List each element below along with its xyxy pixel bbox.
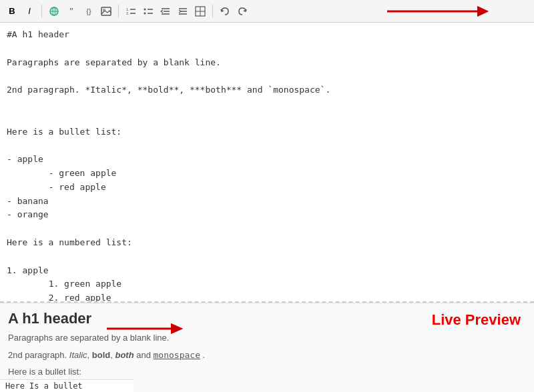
globe-icon [49,6,59,17]
table-icon [195,6,206,17]
status-text: Here Is a bullet [5,381,83,391]
svg-text:2.: 2. [126,11,129,15]
para2-both: both [115,350,134,360]
editor-content[interactable]: #A h1 header Paragraphs are separated by… [0,23,534,303]
link-button[interactable] [46,3,62,19]
svg-point-10 [144,8,146,10]
unordered-list-button[interactable] [140,3,156,19]
separator-3 [212,5,213,18]
para2-prefix: 2nd paragraph. [8,350,69,360]
editor-area[interactable]: #A h1 header Paragraphs are separated by… [0,23,534,303]
undo-button[interactable] [217,3,233,19]
preview-bullet-intro: Here is a bullet list: [8,365,526,379]
ordered-list-icon: 1. 2. [125,6,136,17]
preview-para1: Paragraphs are separated by a blank line… [8,331,526,345]
redo-icon [237,6,248,17]
indent-left-button[interactable] [158,3,174,19]
image-button[interactable] [98,3,114,19]
quote-icon: " [70,6,73,17]
live-preview-label: Live Preview [432,311,521,329]
svg-point-12 [144,12,146,14]
preview-annotation-arrow [107,321,187,337]
preview-para2: 2nd paragraph. Italic, bold, both and mo… [8,349,526,362]
para2-and: and [134,350,154,360]
undo-icon [220,6,230,17]
separator-2 [118,5,119,18]
unordered-list-icon [143,6,154,17]
indent-right-button[interactable] [175,3,191,19]
image-icon [101,7,111,16]
status-bar: Here Is a bullet [0,379,134,392]
code-icon: {} [86,7,91,15]
code-button[interactable]: {} [81,3,97,19]
para2-mono: monospace [154,350,200,360]
para2-italic: Italic [69,350,87,360]
indent-icon [178,6,188,17]
toolbar: B I " {} 1. 2. [0,0,534,23]
outdent-icon [160,6,171,17]
ordered-list-button[interactable]: 1. 2. [123,3,139,19]
table-button[interactable] [192,3,208,19]
italic-button[interactable]: I [21,3,37,19]
para2-suffix: . [200,350,205,360]
separator-1 [41,5,42,18]
bold-button[interactable]: B [4,3,20,19]
preview-area: Live Preview A h1 header Paragraphs are … [0,303,534,392]
redo-button[interactable] [234,3,250,19]
quote-button[interactable]: " [63,3,79,19]
toolbar-annotation-arrow [387,3,494,19]
para2-bold: bold [92,350,110,360]
para2-comma1: , [87,350,92,360]
